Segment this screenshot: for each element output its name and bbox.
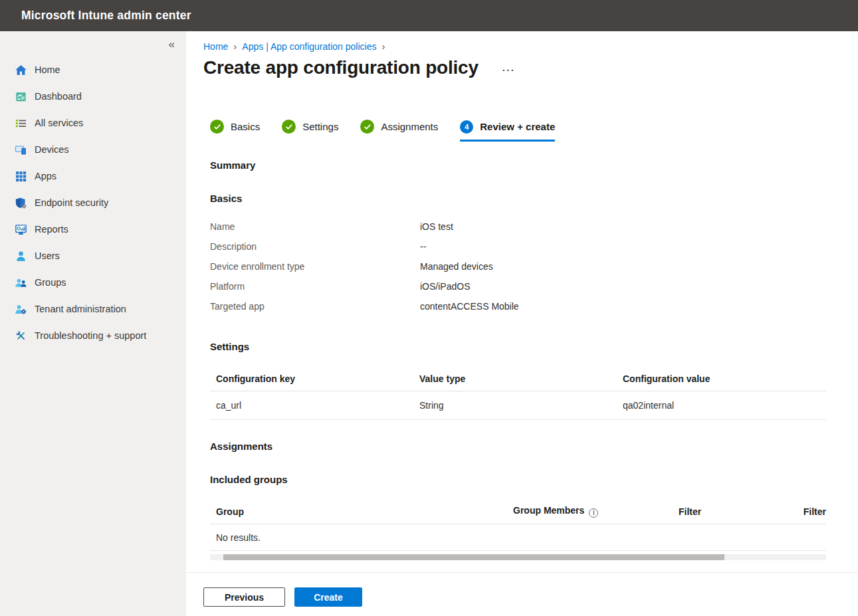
apps-icon — [14, 169, 27, 183]
tab-assignments[interactable]: Assignments — [360, 120, 438, 134]
column-header: Group Membersi — [513, 505, 679, 518]
sidebar-item-devices[interactable]: Devices — [0, 136, 186, 163]
field-label: Targeted app — [210, 301, 420, 312]
sidebar-collapse-button[interactable]: « — [169, 39, 175, 50]
horizontal-scrollbar[interactable] — [210, 554, 826, 560]
intune-admin-center: Microsoft Intune admin center « Home Das… — [0, 0, 858, 616]
topbar: Microsoft Intune admin center — [0, 0, 858, 31]
field-label: Description — [210, 241, 420, 252]
tab-label: Review + create — [480, 121, 555, 132]
settings-table-header: Configuration key Value type Configurati… — [210, 366, 826, 391]
breadcrumb: Home › Apps | App configuration policies… — [203, 41, 858, 52]
basics-heading: Basics — [210, 193, 858, 204]
sidebar-item-groups[interactable]: Groups — [0, 269, 186, 296]
check-icon — [282, 120, 296, 134]
table-row: ca_url String qa02internal — [210, 391, 826, 420]
summary-row: Device enrollment type Managed devices — [210, 257, 858, 276]
field-label: Name — [210, 221, 420, 232]
reports-icon — [14, 223, 27, 236]
main-content: Home › Apps | App configuration policies… — [186, 31, 858, 572]
wizard-footer: Previous Create — [186, 572, 858, 616]
app-title: Microsoft Intune admin center — [21, 9, 191, 23]
sidebar-item-endpoint-security[interactable]: Endpoint security — [0, 189, 186, 216]
title-row: Create app configuration policy ··· — [203, 57, 858, 78]
field-label: Device enrollment type — [210, 261, 420, 272]
settings-heading: Settings — [210, 341, 858, 352]
scrollbar-thumb[interactable] — [223, 554, 724, 560]
included-groups-table-header: Group Group Membersi Filter Filter — [210, 499, 826, 524]
sidebar-item-label: Reports — [35, 224, 68, 235]
sidebar-item-tenant-administration[interactable]: Tenant administration — [0, 296, 186, 322]
sidebar-item-label: Apps — [35, 171, 56, 181]
sidebar-item-dashboard[interactable]: Dashboard — [0, 83, 186, 110]
previous-button[interactable]: Previous — [203, 587, 285, 607]
sidebar-item-all-services[interactable]: All services — [0, 110, 186, 136]
sidebar-item-label: Dashboard — [35, 91, 82, 102]
field-value: -- — [420, 241, 426, 252]
tab-label: Settings — [302, 121, 338, 132]
breadcrumb-app-config-link[interactable]: Apps | App configuration policies — [242, 41, 376, 52]
config-value-cell: qa02internal — [623, 400, 826, 411]
summary-row: Name iOS test — [210, 217, 858, 237]
summary-heading: Summary — [210, 159, 858, 171]
chevron-right-icon: › — [233, 41, 237, 52]
summary-row: Platform iOS/iPadOS — [210, 276, 858, 296]
breadcrumb-home-link[interactable]: Home — [203, 41, 228, 52]
field-value: iOS test — [420, 221, 453, 232]
column-header: Value type — [419, 373, 623, 384]
tab-basics[interactable]: Basics — [210, 120, 260, 134]
sidebar-item-home[interactable]: Home — [0, 56, 186, 83]
included-groups-heading: Included groups — [210, 474, 858, 485]
user-icon — [14, 249, 27, 262]
info-icon[interactable]: i — [589, 508, 598, 518]
tab-label: Assignments — [381, 121, 438, 132]
person-gear-icon — [14, 302, 27, 316]
create-button[interactable]: Create — [294, 587, 362, 607]
tab-review-create[interactable]: 4 Review + create — [460, 120, 555, 134]
all-services-icon — [14, 116, 27, 130]
tab-settings[interactable]: Settings — [282, 120, 338, 134]
sidebar-item-troubleshooting[interactable]: Troubleshooting + support — [0, 322, 186, 349]
wrench-screwdriver-icon — [14, 329, 27, 342]
field-value: iOS/iPadOS — [420, 281, 470, 292]
column-header: Configuration value — [623, 373, 826, 384]
sidebar-item-apps[interactable]: Apps — [0, 163, 186, 189]
sidebar-item-label: Groups — [35, 277, 66, 288]
sidebar-item-label: Endpoint security — [35, 197, 108, 208]
field-label: Platform — [210, 281, 420, 292]
home-icon — [14, 63, 27, 76]
column-header: Filter — [679, 506, 752, 517]
included-groups-table: Group Group Membersi Filter Filter No re… — [210, 499, 826, 551]
summary-row: Targeted app contentACCESS Mobile — [210, 296, 858, 316]
dashboard-icon — [14, 90, 27, 103]
tab-label: Basics — [231, 121, 260, 132]
check-icon — [360, 120, 374, 134]
basics-summary-list: Name iOS test Description -- Device enro… — [210, 217, 858, 316]
assignments-heading: Assignments — [210, 441, 858, 452]
check-icon — [210, 120, 224, 134]
column-header: Configuration key — [216, 373, 419, 384]
chevron-right-icon: › — [381, 41, 385, 52]
sidebar-item-label: All services — [35, 118, 83, 128]
value-type-cell: String — [419, 400, 623, 411]
sidebar-item-label: Devices — [35, 144, 69, 155]
sidebar: « Home Dashboard All services — [0, 31, 186, 616]
wizard-tabs: Basics Settings Assignments 4 Review + c… — [210, 120, 858, 134]
sidebar-item-reports[interactable]: Reports — [0, 216, 186, 243]
sidebar-nav: Home Dashboard All services Devices — [0, 56, 186, 349]
step-number-badge: 4 — [460, 120, 473, 134]
more-options-button[interactable]: ··· — [502, 64, 516, 76]
settings-table: Configuration key Value type Configurati… — [210, 366, 826, 420]
sidebar-item-users[interactable]: Users — [0, 243, 186, 269]
group-icon — [14, 276, 27, 289]
column-header-label: Group Members — [513, 505, 584, 516]
sidebar-item-label: Troubleshooting + support — [35, 330, 146, 341]
sidebar-item-label: Users — [35, 251, 60, 261]
column-header: Group — [216, 506, 513, 517]
sidebar-item-label: Home — [35, 64, 60, 75]
page-title: Create app configuration policy — [203, 57, 479, 78]
config-key-cell: ca_url — [216, 400, 419, 411]
column-header: Filter — [752, 506, 826, 517]
field-value: Managed devices — [420, 261, 493, 272]
sidebar-item-label: Tenant administration — [35, 304, 126, 314]
